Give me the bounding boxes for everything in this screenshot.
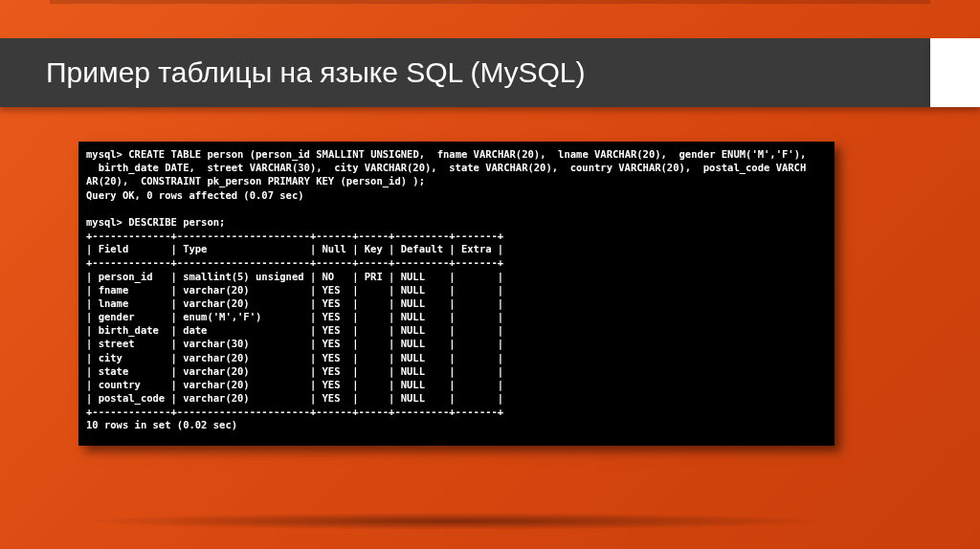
result-footer: 10 rows in set (0.02 sec) <box>86 419 237 430</box>
table-border: +-------------+----------------------+--… <box>86 256 503 268</box>
title-bar: Пример таблицы на языке SQL (MySQL) <box>0 38 930 107</box>
table-row: | city | varchar(20) | YES | | NULL | | <box>86 352 503 363</box>
table-row: | gender | enum('M','F') | YES | | NULL … <box>86 311 503 322</box>
table-row: | birth_date | date | YES | | NULL | | <box>86 324 503 336</box>
table-row: | fname | varchar(20) | YES | | NULL | | <box>86 284 503 296</box>
table-row: | postal_code | varchar(20) | YES | | NU… <box>86 392 503 404</box>
prompt: mysql> <box>86 216 122 228</box>
table-row: | country | varchar(20) | YES | | NULL |… <box>86 379 503 390</box>
accent-block <box>930 38 980 107</box>
table-row: | street | varchar(30) | YES | | NULL | … <box>86 338 503 349</box>
create-table-line2: birth_date DATE, street VARCHAR(30), cit… <box>86 162 806 173</box>
table-border: +-------------+----------------------+--… <box>86 406 503 417</box>
top-decorative-line <box>50 0 930 4</box>
prompt: mysql> <box>86 148 122 160</box>
create-table-line3: AR(20), CONSTRAINT pk_person PRIMARY KEY… <box>86 175 425 187</box>
create-table-line1: CREATE TABLE person (person_id SMALLINT … <box>128 148 806 160</box>
table-row: | lname | varchar(20) | YES | | NULL | | <box>86 297 503 309</box>
table-header: | Field | Type | Null | Key | Default | … <box>86 243 503 254</box>
query-ok: Query OK, 0 rows affected (0.07 sec) <box>86 189 304 201</box>
describe-cmd: DESCRIBE person; <box>128 216 225 228</box>
slide-container: Пример таблицы на языке SQL (MySQL) mysq… <box>0 0 980 549</box>
table-row: | state | varchar(20) | YES | | NULL | | <box>86 365 503 377</box>
slide-title: Пример таблицы на языке SQL (MySQL) <box>46 56 585 89</box>
table-border: +-------------+----------------------+--… <box>86 230 503 241</box>
terminal-output: mysql> CREATE TABLE person (person_id SM… <box>78 142 835 446</box>
terminal-shadow <box>78 513 835 530</box>
table-row: | person_id | smallint(5) unsigned | NO … <box>86 271 503 282</box>
